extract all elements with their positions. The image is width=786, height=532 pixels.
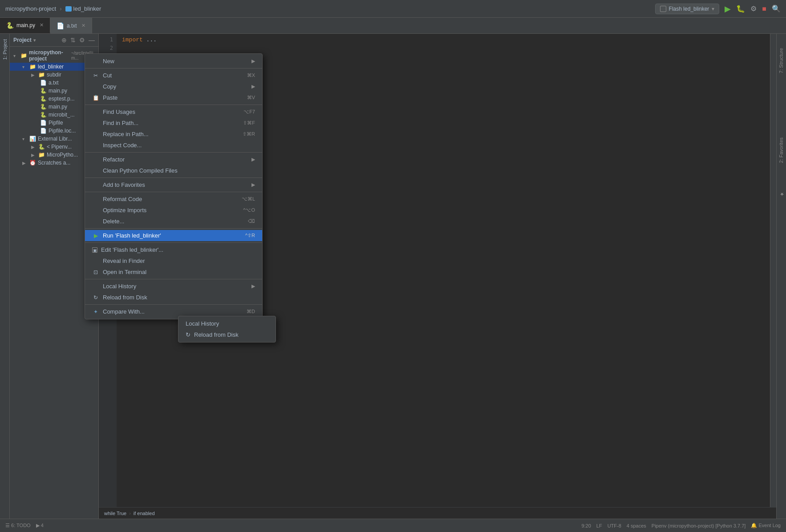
tree-label-main-py-2: main.py bbox=[49, 104, 67, 110]
stop-button[interactable]: ■ bbox=[762, 5, 766, 13]
menu-item-run[interactable]: ▶ Run 'Flash led_blinker' ^⇧R bbox=[85, 230, 262, 241]
divider-1 bbox=[85, 68, 262, 69]
menu-item-reveal-finder[interactable]: Reveal in Finder bbox=[85, 255, 262, 266]
todo-button[interactable]: ☰ 6: TODO bbox=[5, 523, 31, 528]
run-config-dropdown[interactable]: ▾ bbox=[712, 6, 714, 12]
top-bar: micropython-project › led_blinker Flash … bbox=[0, 0, 786, 18]
search-button[interactable]: 🔍 bbox=[772, 4, 781, 13]
menu-item-refactor[interactable]: Refactor ▶ bbox=[85, 154, 262, 165]
scroll-to-source-icon[interactable]: ⇅ bbox=[70, 36, 76, 44]
menu-item-cut[interactable]: ✂ Cut ⌘X bbox=[85, 70, 262, 81]
tree-arrow-pipenv: ▶ bbox=[31, 145, 36, 149]
tab-a-txt[interactable]: 📄 a.txt ✕ bbox=[50, 18, 92, 33]
todo-label: 6: TODO bbox=[11, 523, 31, 528]
tab-label-main-py: main.py bbox=[16, 22, 35, 28]
sidebar-item-structure[interactable]: 7: Structure bbox=[777, 43, 786, 79]
tab-icon-a-txt: 📄 bbox=[57, 22, 64, 29]
build-icon: ▶ bbox=[36, 523, 40, 528]
tree-arrow-scratches: ▶ bbox=[22, 161, 28, 165]
indent-setting[interactable]: 4 spaces bbox=[627, 523, 646, 528]
menu-item-replace-in-path[interactable]: Replace in Path... ⇧⌘R bbox=[85, 129, 262, 140]
menu-label-replace-in-path: Replace in Path... bbox=[103, 131, 239, 137]
bottom-status-bar: ☰ 6: TODO ▶ 4 9:20 LF UTF-8 4 spaces Pip… bbox=[0, 519, 786, 532]
settings-icon[interactable]: ⚙ bbox=[79, 36, 85, 44]
tree-label-pipfile: Pipfile bbox=[49, 120, 63, 126]
menu-item-inspect-code[interactable]: Inspect Code... bbox=[85, 140, 262, 151]
sub-menu-local-history: Local History ↻ Reload from Disk bbox=[178, 316, 276, 343]
tree-label-scratches: Scratches a... bbox=[38, 160, 70, 166]
menu-item-add-favorites[interactable]: Add to Favorites ▶ bbox=[85, 179, 262, 190]
menu-item-copy[interactable]: Copy ▶ bbox=[85, 81, 262, 92]
left-vertical-tabs: 1: Project bbox=[0, 34, 10, 519]
tree-label-esptest: esptest.p... bbox=[49, 96, 75, 102]
menu-item-new[interactable]: New ▶ bbox=[85, 56, 262, 67]
menu-label-local-history: Local History bbox=[103, 283, 248, 290]
sub-menu-item-reload[interactable]: ↻ Reload from Disk bbox=[178, 329, 276, 340]
sub-menu-label-reload: Reload from Disk bbox=[194, 331, 239, 338]
cursor-position[interactable]: 9:20 bbox=[581, 523, 591, 528]
context-menu: New ▶ ✂ Cut ⌘X Copy ▶ 📋 Paste ⌘V Find Us… bbox=[85, 53, 263, 319]
tree-arrow-led-blinker: ▾ bbox=[22, 64, 28, 69]
tab-icon-main-py: 🐍 bbox=[6, 22, 14, 29]
tab-close-main-py[interactable]: ✕ bbox=[40, 22, 44, 28]
tree-label-micropython: MicroPytho... bbox=[47, 152, 78, 158]
build-button[interactable]: ▶ 4 bbox=[36, 523, 44, 528]
event-log-button[interactable]: 🔔 Event Log bbox=[751, 523, 781, 528]
breadcrumb-sep-1: › bbox=[129, 511, 131, 516]
menu-label-compare-with: Compare With... bbox=[103, 308, 243, 315]
line-separator[interactable]: LF bbox=[596, 523, 602, 528]
menu-item-delete[interactable]: Delete... ⌫ bbox=[85, 216, 262, 227]
menu-item-optimize-imports[interactable]: Optimize Imports ^⌥O bbox=[85, 205, 262, 216]
encoding[interactable]: UTF-8 bbox=[608, 523, 621, 528]
folder-breadcrumb[interactable]: led_blinker bbox=[65, 5, 101, 12]
sub-menu-label-local-history: Local History bbox=[186, 320, 219, 327]
project-title-dropdown[interactable]: ▾ bbox=[33, 38, 36, 43]
menu-icon-cut: ✂ bbox=[92, 73, 99, 79]
sidebar-item-project[interactable]: 1: Project bbox=[0, 34, 9, 65]
tree-arrow-subdir: ▶ bbox=[31, 73, 36, 77]
menu-label-paste: Paste bbox=[103, 94, 243, 101]
build-button[interactable]: ⚙ bbox=[750, 4, 757, 13]
menu-shortcut-replace-in-path: ⇧⌘R bbox=[243, 131, 255, 137]
project-panel-title: Project ▾ bbox=[13, 37, 36, 43]
add-content-root-icon[interactable]: ⊕ bbox=[61, 36, 67, 44]
menu-icon-run: ▶ bbox=[92, 233, 99, 239]
menu-item-find-in-path[interactable]: Find in Path... ⇧⌘F bbox=[85, 117, 262, 129]
menu-item-reformat[interactable]: Reformat Code ⌥⌘L bbox=[85, 193, 262, 205]
tab-close-a-txt[interactable]: ✕ bbox=[81, 23, 85, 28]
menu-item-local-history[interactable]: Local History ▶ bbox=[85, 281, 262, 292]
menu-item-open-terminal[interactable]: ⊡ Open in Terminal bbox=[85, 266, 262, 278]
run-config-label: Flash led_blinker bbox=[669, 6, 709, 12]
menu-label-clean-python: Clean Python Compiled Files bbox=[103, 167, 255, 174]
minimize-panel-icon[interactable]: — bbox=[89, 36, 95, 44]
tree-scratches-icon: ⏰ bbox=[29, 160, 36, 166]
menu-item-paste[interactable]: 📋 Paste ⌘V bbox=[85, 92, 262, 103]
sidebar-item-star[interactable]: ★ bbox=[777, 186, 786, 202]
menu-item-edit-config[interactable]: ▣ Edit 'Flash led_blinker'... bbox=[85, 244, 262, 255]
divider-2 bbox=[85, 105, 262, 105]
editor-scrollbar[interactable] bbox=[770, 34, 776, 519]
project-toolbar: ⊕ ⇅ ⚙ — bbox=[61, 36, 95, 44]
right-panel-tabs: 7: Structure 2: Favorites ★ bbox=[776, 34, 786, 519]
menu-arrow-local-history: ▶ bbox=[251, 283, 255, 289]
tab-main-py[interactable]: 🐍 main.py ✕ bbox=[0, 18, 50, 33]
project-name[interactable]: micropython-project bbox=[5, 5, 56, 12]
run-button[interactable]: ▶ bbox=[725, 4, 731, 14]
menu-item-reload-disk[interactable]: ↻ Reload from Disk bbox=[85, 292, 262, 303]
sidebar-item-favorites[interactable]: 2: Favorites bbox=[777, 132, 786, 168]
editor-breadcrumb-bar: while True › if enabled bbox=[99, 507, 776, 519]
sub-menu-item-local-history[interactable]: Local History bbox=[178, 318, 276, 329]
menu-item-find-usages[interactable]: Find Usages ⌥F7 bbox=[85, 106, 262, 117]
tree-python-icon: 🐍 bbox=[38, 144, 45, 150]
divider-5 bbox=[85, 192, 262, 192]
menu-item-clean-python[interactable]: Clean Python Compiled Files bbox=[85, 165, 262, 176]
run-config-selector[interactable]: Flash led_blinker ▾ bbox=[655, 4, 720, 14]
python-env[interactable]: Pipenv (micropython-project) [Python 3.7… bbox=[652, 523, 746, 528]
tree-file-icon-pipfile: 📄 bbox=[40, 120, 47, 126]
tree-folder-icon-root: 📁 bbox=[20, 52, 27, 59]
debug-button[interactable]: 🐛 bbox=[736, 4, 745, 13]
menu-label-inspect-code: Inspect Code... bbox=[103, 142, 255, 149]
tree-arrow-root: ▾ bbox=[13, 53, 19, 58]
tree-file-icon-a-txt: 📄 bbox=[40, 80, 47, 86]
menu-label-optimize-imports: Optimize Imports bbox=[103, 207, 239, 214]
